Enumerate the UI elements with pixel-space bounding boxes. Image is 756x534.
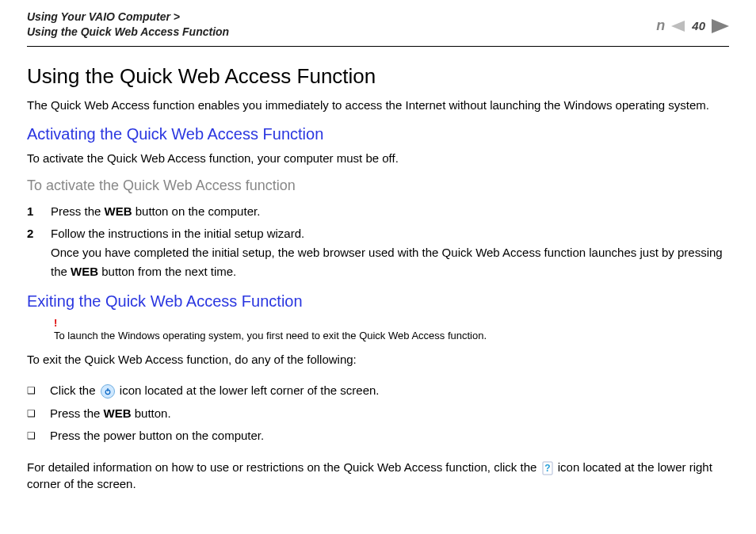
step-list: 1 Press the WEB button on the computer. … xyxy=(27,202,729,281)
step-item: 2 Follow the instructions in the initial… xyxy=(27,224,729,281)
breadcrumb-link-2[interactable]: Using the Quick Web Access Function xyxy=(27,25,229,38)
note-text: To launch the Windows operating system, … xyxy=(54,329,729,343)
svg-marker-1 xyxy=(712,19,729,33)
tail-paragraph: For detailed information on how to use o… xyxy=(27,459,729,494)
bullet-icon: ❑ xyxy=(27,382,36,400)
list-item: ❑ Press the power button on the computer… xyxy=(27,425,729,448)
bullet-icon: ❑ xyxy=(27,427,36,445)
intro-paragraph: The Quick Web Access function enables yo… xyxy=(27,97,729,114)
next-page-arrow-icon[interactable] xyxy=(712,19,729,33)
section1-lead: To activate the Quick Web Access functio… xyxy=(27,150,729,167)
step-text: Press the WEB button on the computer. xyxy=(51,202,260,221)
step-number: 2 xyxy=(27,224,36,281)
step-text: Follow the instructions in the initial s… xyxy=(51,224,729,281)
svg-marker-0 xyxy=(671,21,685,32)
list-item: ❑ Press the WEB button. xyxy=(27,402,729,425)
help-icon: ? xyxy=(542,461,553,475)
page-number-prefix: n xyxy=(656,16,665,36)
section-heading-exiting: Exiting the Quick Web Access Function xyxy=(27,292,729,311)
page-number: 40 xyxy=(692,19,705,32)
step-item: 1 Press the WEB button on the computer. xyxy=(27,202,729,221)
warning-icon: ! xyxy=(54,317,729,329)
section2-lead: To exit the Quick Web Access function, d… xyxy=(27,351,729,368)
list-item: ❑ Click the icon located at the lower le… xyxy=(27,380,729,402)
power-icon xyxy=(101,384,115,399)
page-title: Using the Quick Web Access Function xyxy=(27,64,729,89)
page-content: Using the Quick Web Access Function The … xyxy=(27,47,729,493)
breadcrumb-link-1[interactable]: Using Your VAIO Computer xyxy=(27,10,170,23)
svg-text:?: ? xyxy=(544,463,550,474)
bullet-list: ❑ Click the icon located at the lower le… xyxy=(27,380,729,448)
list-text: Click the icon located at the lower left… xyxy=(50,380,380,402)
instruction-heading: To activate the Quick Web Access functio… xyxy=(27,177,729,194)
step-number: 1 xyxy=(27,202,36,221)
list-text: Press the WEB button. xyxy=(50,402,171,425)
breadcrumb: Using Your VAIO Computer > Using the Qui… xyxy=(27,10,229,40)
prev-page-arrow-icon[interactable] xyxy=(671,21,685,32)
page-nav: n 40 xyxy=(648,10,729,36)
section-heading-activating: Activating the Quick Web Access Function xyxy=(27,125,729,143)
bullet-icon: ❑ xyxy=(27,405,36,423)
page-header: Using Your VAIO Computer > Using the Qui… xyxy=(27,0,729,47)
list-text: Press the power button on the computer. xyxy=(50,425,264,448)
